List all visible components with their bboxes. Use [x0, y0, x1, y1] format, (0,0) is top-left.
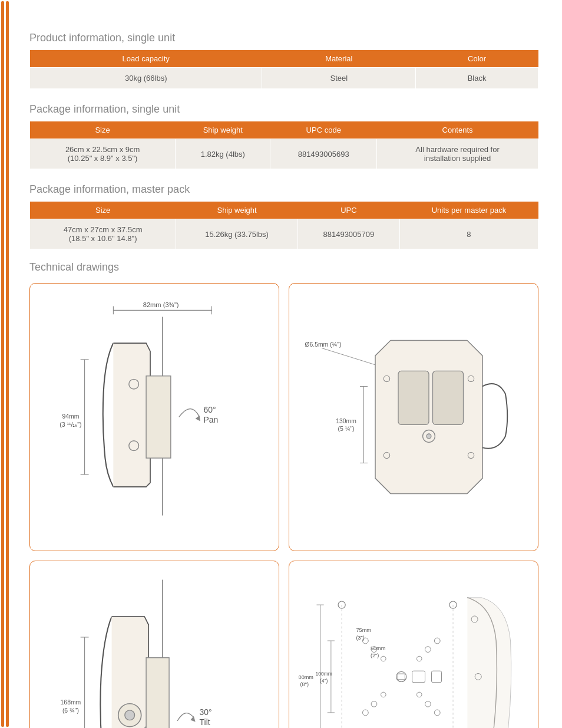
- svg-text:60°: 60°: [204, 405, 216, 414]
- table-row: 26cm x 22.5cm x 9cm(10.25" x 8.9" x 3.5"…: [30, 139, 538, 169]
- svg-rect-36: [146, 658, 169, 728]
- cell-units-master: 8: [399, 219, 538, 249]
- svg-point-54: [434, 638, 440, 644]
- svg-text:(2"): (2"): [371, 653, 379, 658]
- drawings-grid: 82mm (3¾") 94mm (3 ¹¹/₁: [29, 283, 538, 728]
- drawing-vesa-pattern: 200mm (8") 100mm (4") 50mm (2"): [289, 561, 538, 728]
- drawing-tilt-svg: 168mm (6 ¾") 30° Tilt: [39, 571, 269, 728]
- svg-point-50: [425, 647, 431, 653]
- col-upc-code: UPC code: [270, 121, 377, 139]
- svg-line-16: [322, 348, 383, 367]
- package-master-title: Package information, master pack: [29, 183, 538, 196]
- col-units-master: Units per master pack: [399, 202, 538, 219]
- svg-rect-62: [398, 674, 405, 680]
- product-info-table: Load capacity Material Color 30kg (66lbs…: [29, 50, 538, 89]
- svg-text:50mm: 50mm: [371, 645, 385, 651]
- technical-drawings-section: Technical drawings 82mm (3¾"): [29, 261, 538, 728]
- cell-ship-weight-master: 15.26kg (33.75lbs): [176, 219, 298, 249]
- technical-drawings-title: Technical drawings: [29, 261, 538, 274]
- svg-point-60: [416, 692, 422, 697]
- svg-point-51: [371, 701, 377, 707]
- svg-text:75mm: 75mm: [356, 627, 371, 633]
- cell-size-master: 47cm x 27cm x 37.5cm(18.5" x 10.6" 14.8"…: [30, 219, 176, 249]
- table-row: 30kg (66lbs) Steel Black: [30, 68, 538, 89]
- svg-text:(3"): (3"): [356, 634, 365, 640]
- svg-text:100mm: 100mm: [315, 670, 332, 676]
- cell-upc-code: 881493005693: [270, 139, 377, 169]
- col-ship-weight: Ship weight: [176, 121, 270, 139]
- svg-text:(4"): (4"): [320, 678, 328, 684]
- svg-point-33: [125, 710, 135, 720]
- cell-color: Black: [416, 68, 538, 89]
- svg-text:82mm (3¾"): 82mm (3¾"): [143, 301, 179, 308]
- package-master-table: Size Ship weight UPC Units per master pa…: [29, 202, 538, 249]
- svg-rect-18: [398, 371, 429, 424]
- col-material: Material: [262, 50, 416, 68]
- cell-upc-master: 881493005709: [297, 219, 399, 249]
- drawing-pan-svg: 82mm (3¾") 94mm (3 ¹¹/₁: [39, 293, 269, 541]
- svg-text:Ø6.5mm (¼"): Ø6.5mm (¼"): [305, 341, 341, 348]
- svg-text:(8"): (8"): [300, 681, 309, 687]
- svg-text:168mm: 168mm: [61, 699, 81, 706]
- svg-text:(6 ¾"): (6 ¾"): [62, 707, 79, 714]
- drawing-3d-svg: Ø6.5mm (¼"): [299, 293, 528, 541]
- svg-text:(3 ¹¹/₁₆"): (3 ¹¹/₁₆"): [59, 421, 81, 428]
- product-info-title: Product information, single unit: [29, 32, 538, 44]
- svg-rect-63: [412, 671, 425, 683]
- svg-text:30°: 30°: [200, 707, 212, 717]
- cell-material: Steel: [262, 68, 416, 89]
- drawing-3d-view: Ø6.5mm (¼"): [289, 283, 538, 551]
- product-info-section: Product information, single unit Load ca…: [29, 32, 538, 89]
- svg-rect-7: [146, 376, 171, 458]
- package-single-title: Package information, single unit: [29, 103, 538, 116]
- col-contents: Contents: [377, 121, 538, 139]
- col-ship-weight-master: Ship weight: [176, 202, 298, 219]
- package-master-section: Package information, master pack Size Sh…: [29, 183, 538, 249]
- table-row: 47cm x 27cm x 37.5cm(18.5" x 10.6" 14.8"…: [30, 219, 538, 249]
- svg-point-52: [425, 701, 431, 707]
- cell-contents: All hardware required forinstallation su…: [377, 139, 538, 169]
- svg-point-55: [362, 710, 368, 716]
- svg-marker-15: [196, 416, 200, 421]
- drawing-vesa-svg: 200mm (8") 100mm (4") 50mm (2"): [299, 571, 528, 728]
- package-single-table: Size Ship weight UPC code Contents 26cm …: [29, 121, 538, 169]
- svg-text:(5 ¼"): (5 ¼"): [338, 426, 355, 432]
- cell-ship-weight: 1.82kg (4lbs): [176, 139, 270, 169]
- col-upc-master: UPC: [297, 202, 399, 219]
- left-bar-2: [6, 1, 9, 727]
- col-load-capacity: Load capacity: [30, 50, 262, 68]
- svg-text:Tilt: Tilt: [200, 717, 210, 727]
- svg-point-57: [381, 656, 386, 661]
- svg-rect-64: [431, 671, 441, 683]
- svg-point-56: [434, 710, 440, 716]
- svg-text:94mm: 94mm: [62, 413, 79, 420]
- col-size: Size: [30, 121, 176, 139]
- drawing-tilt-side: 168mm (6 ¾") 30° Tilt: [29, 561, 279, 728]
- cell-load-capacity: 30kg (66lbs): [30, 68, 262, 89]
- svg-rect-19: [433, 371, 464, 424]
- left-bar-1: [1, 1, 4, 727]
- svg-point-58: [416, 656, 422, 661]
- svg-text:200mm: 200mm: [299, 674, 313, 680]
- svg-point-59: [381, 692, 386, 697]
- package-single-section: Package information, single unit Size Sh…: [29, 103, 538, 169]
- col-color: Color: [416, 50, 538, 68]
- cell-size: 26cm x 22.5cm x 9cm(10.25" x 8.9" x 3.5"…: [30, 139, 176, 169]
- col-size-master: Size: [30, 202, 176, 219]
- svg-text:Pan: Pan: [204, 415, 219, 424]
- svg-point-25: [427, 434, 431, 439]
- drawing-pan-side: 82mm (3¾") 94mm (3 ¹¹/₁: [29, 283, 279, 551]
- svg-text:130mm: 130mm: [336, 418, 356, 424]
